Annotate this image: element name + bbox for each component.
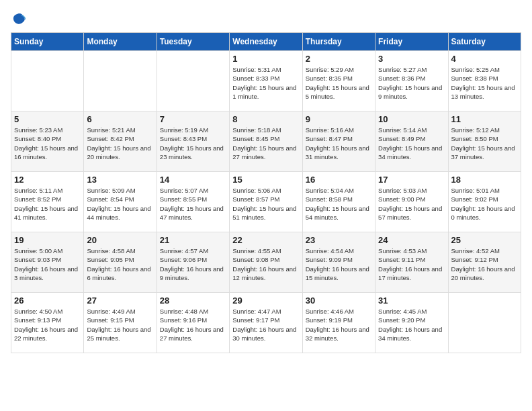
cell-content: Sunrise: 5:06 AM Sunset: 8:57 PM Dayligh… — [232, 186, 299, 222]
calendar-cell: 1Sunrise: 5:31 AM Sunset: 8:33 PM Daylig… — [230, 51, 302, 111]
cell-content: Sunrise: 5:01 AM Sunset: 9:02 PM Dayligh… — [451, 186, 518, 222]
calendar-cell: 17Sunrise: 5:03 AM Sunset: 9:00 PM Dayli… — [375, 172, 448, 232]
calendar-cell: 8Sunrise: 5:18 AM Sunset: 8:45 PM Daylig… — [230, 111, 302, 172]
calendar-cell: 30Sunrise: 4:46 AM Sunset: 9:19 PM Dayli… — [302, 293, 375, 353]
calendar-cell: 21Sunrise: 4:57 AM Sunset: 9:06 PM Dayli… — [157, 232, 229, 293]
cell-content: Sunrise: 4:49 AM Sunset: 9:15 PM Dayligh… — [87, 307, 153, 342]
calendar-cell: 19Sunrise: 5:00 AM Sunset: 9:03 PM Dayli… — [11, 232, 84, 293]
calendar-cell: 11Sunrise: 5:12 AM Sunset: 8:50 PM Dayli… — [448, 111, 521, 172]
day-number: 13 — [87, 175, 153, 185]
cell-content: Sunrise: 5:09 AM Sunset: 8:54 PM Dayligh… — [87, 186, 153, 222]
cell-content: Sunrise: 4:50 AM Sunset: 9:13 PM Dayligh… — [14, 307, 81, 342]
calendar-cell: 13Sunrise: 5:09 AM Sunset: 8:54 PM Dayli… — [84, 172, 157, 232]
day-number: 28 — [160, 295, 226, 306]
calendar-cell — [157, 51, 229, 111]
day-number: 6 — [87, 114, 153, 124]
day-number: 31 — [378, 295, 445, 306]
weekday-header: Sunday — [11, 33, 84, 51]
cell-content: Sunrise: 5:23 AM Sunset: 8:40 PM Dayligh… — [14, 126, 81, 161]
cell-content: Sunrise: 5:25 AM Sunset: 8:38 PM Dayligh… — [451, 65, 518, 101]
cell-content: Sunrise: 4:46 AM Sunset: 9:19 PM Dayligh… — [306, 307, 372, 342]
day-number: 4 — [451, 54, 518, 64]
calendar-cell: 24Sunrise: 4:53 AM Sunset: 9:11 PM Dayli… — [375, 232, 448, 293]
calendar-cell: 28Sunrise: 4:48 AM Sunset: 9:16 PM Dayli… — [157, 293, 229, 353]
weekday-header: Saturday — [448, 33, 521, 51]
day-number: 20 — [87, 235, 153, 245]
day-number: 22 — [232, 235, 299, 245]
day-number: 14 — [160, 175, 226, 185]
day-number: 10 — [378, 114, 445, 124]
calendar-cell: 7Sunrise: 5:19 AM Sunset: 8:43 PM Daylig… — [157, 111, 229, 172]
day-number: 21 — [160, 235, 226, 245]
calendar-cell — [84, 51, 157, 111]
cell-content: Sunrise: 4:48 AM Sunset: 9:16 PM Dayligh… — [160, 307, 226, 342]
calendar-cell: 23Sunrise: 4:54 AM Sunset: 9:09 PM Dayli… — [302, 232, 375, 293]
weekday-header: Wednesday — [230, 33, 302, 51]
cell-content: Sunrise: 5:27 AM Sunset: 8:36 PM Dayligh… — [378, 65, 445, 101]
calendar-cell: 29Sunrise: 4:47 AM Sunset: 9:17 PM Dayli… — [230, 293, 302, 353]
calendar-cell: 3Sunrise: 5:27 AM Sunset: 8:36 PM Daylig… — [375, 51, 448, 111]
day-number: 30 — [306, 295, 372, 306]
day-number: 9 — [306, 114, 372, 124]
weekday-header: Monday — [84, 33, 157, 51]
weekday-header: Friday — [375, 33, 448, 51]
calendar-cell — [448, 293, 521, 353]
day-number: 5 — [14, 114, 81, 124]
calendar-cell: 9Sunrise: 5:16 AM Sunset: 8:47 PM Daylig… — [302, 111, 375, 172]
day-number: 29 — [232, 295, 299, 306]
calendar-cell: 20Sunrise: 4:58 AM Sunset: 9:05 PM Dayli… — [84, 232, 157, 293]
day-number: 19 — [14, 235, 81, 245]
calendar-cell: 26Sunrise: 4:50 AM Sunset: 9:13 PM Dayli… — [11, 293, 84, 353]
cell-content: Sunrise: 4:55 AM Sunset: 9:08 PM Dayligh… — [232, 246, 299, 282]
day-number: 7 — [160, 114, 226, 124]
day-number: 24 — [378, 235, 445, 245]
calendar-week-row: 5Sunrise: 5:23 AM Sunset: 8:40 PM Daylig… — [11, 111, 521, 172]
cell-content: Sunrise: 4:58 AM Sunset: 9:05 PM Dayligh… — [87, 246, 153, 282]
calendar-cell: 27Sunrise: 4:49 AM Sunset: 9:15 PM Dayli… — [84, 293, 157, 353]
page-header — [11, 11, 521, 27]
calendar-table: SundayMondayTuesdayWednesdayThursdayFrid… — [11, 32, 521, 353]
logo — [11, 11, 30, 27]
cell-content: Sunrise: 4:57 AM Sunset: 9:06 PM Dayligh… — [160, 246, 226, 282]
calendar-cell: 16Sunrise: 5:04 AM Sunset: 8:58 PM Dayli… — [302, 172, 375, 232]
cell-content: Sunrise: 5:31 AM Sunset: 8:33 PM Dayligh… — [232, 65, 299, 101]
calendar-cell: 15Sunrise: 5:06 AM Sunset: 8:57 PM Dayli… — [230, 172, 302, 232]
calendar-cell: 12Sunrise: 5:11 AM Sunset: 8:52 PM Dayli… — [11, 172, 84, 232]
cell-content: Sunrise: 5:14 AM Sunset: 8:49 PM Dayligh… — [378, 126, 445, 161]
calendar-cell: 31Sunrise: 4:45 AM Sunset: 9:20 PM Dayli… — [375, 293, 448, 353]
day-number: 23 — [306, 235, 372, 245]
day-number: 3 — [378, 54, 445, 64]
day-number: 12 — [14, 175, 81, 185]
day-number: 25 — [451, 235, 518, 245]
cell-content: Sunrise: 5:19 AM Sunset: 8:43 PM Dayligh… — [160, 126, 226, 161]
calendar-cell: 6Sunrise: 5:21 AM Sunset: 8:42 PM Daylig… — [84, 111, 157, 172]
day-number: 16 — [306, 175, 372, 185]
cell-content: Sunrise: 4:52 AM Sunset: 9:12 PM Dayligh… — [451, 246, 518, 282]
day-number: 15 — [232, 175, 299, 185]
day-number: 27 — [87, 295, 153, 306]
cell-content: Sunrise: 5:18 AM Sunset: 8:45 PM Dayligh… — [232, 126, 299, 161]
day-number: 26 — [14, 295, 81, 306]
calendar-week-row: 19Sunrise: 5:00 AM Sunset: 9:03 PM Dayli… — [11, 232, 521, 293]
cell-content: Sunrise: 5:00 AM Sunset: 9:03 PM Dayligh… — [14, 246, 81, 282]
day-number: 18 — [451, 175, 518, 185]
day-number: 8 — [232, 114, 299, 124]
weekday-header: Thursday — [302, 33, 375, 51]
logo-icon — [11, 11, 27, 27]
cell-content: Sunrise: 5:07 AM Sunset: 8:55 PM Dayligh… — [160, 186, 226, 222]
calendar-cell: 14Sunrise: 5:07 AM Sunset: 8:55 PM Dayli… — [157, 172, 229, 232]
day-number: 11 — [451, 114, 518, 124]
calendar-cell: 10Sunrise: 5:14 AM Sunset: 8:49 PM Dayli… — [375, 111, 448, 172]
cell-content: Sunrise: 5:29 AM Sunset: 8:35 PM Dayligh… — [306, 65, 372, 101]
calendar-cell: 22Sunrise: 4:55 AM Sunset: 9:08 PM Dayli… — [230, 232, 302, 293]
calendar-cell — [11, 51, 84, 111]
calendar-week-row: 26Sunrise: 4:50 AM Sunset: 9:13 PM Dayli… — [11, 293, 521, 353]
cell-content: Sunrise: 4:54 AM Sunset: 9:09 PM Dayligh… — [306, 246, 372, 282]
cell-content: Sunrise: 5:11 AM Sunset: 8:52 PM Dayligh… — [14, 186, 81, 222]
cell-content: Sunrise: 5:21 AM Sunset: 8:42 PM Dayligh… — [87, 126, 153, 161]
cell-content: Sunrise: 5:16 AM Sunset: 8:47 PM Dayligh… — [306, 126, 372, 161]
cell-content: Sunrise: 5:04 AM Sunset: 8:58 PM Dayligh… — [306, 186, 372, 222]
calendar-week-row: 12Sunrise: 5:11 AM Sunset: 8:52 PM Dayli… — [11, 172, 521, 232]
cell-content: Sunrise: 5:03 AM Sunset: 9:00 PM Dayligh… — [378, 186, 445, 222]
calendar-cell: 4Sunrise: 5:25 AM Sunset: 8:38 PM Daylig… — [448, 51, 521, 111]
